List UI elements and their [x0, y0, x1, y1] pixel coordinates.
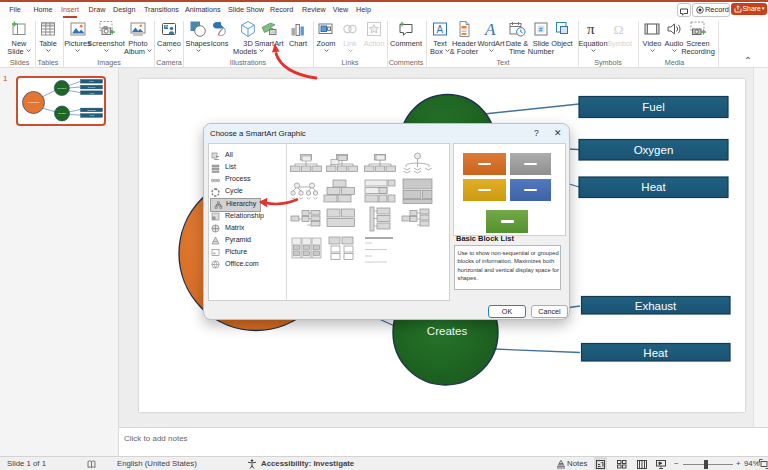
- svg-text:Ω: Ω: [613, 22, 623, 37]
- svg-text:A: A: [484, 20, 496, 38]
- svg-text:Exhaust: Exhaust: [88, 109, 96, 111]
- svg-text:Heat: Heat: [89, 92, 94, 94]
- svg-text:Pa: Pa: [165, 25, 169, 29]
- svg-text:Oxygen: Oxygen: [634, 144, 674, 156]
- svg-text:Heat: Heat: [643, 347, 668, 359]
- svg-text:Fuel: Fuel: [642, 101, 664, 113]
- svg-text:π: π: [587, 21, 595, 37]
- svg-text:Fuel: Fuel: [89, 80, 94, 82]
- svg-text:Oxygen: Oxygen: [88, 86, 96, 88]
- svg-text:Exhaust: Exhaust: [635, 300, 677, 312]
- svg-text:Creates: Creates: [58, 112, 67, 114]
- svg-text:Requires: Requires: [57, 87, 67, 89]
- svg-text:Heat: Heat: [641, 181, 666, 193]
- svg-text:#: #: [539, 26, 543, 33]
- svg-text:Combustion: Combustion: [28, 101, 40, 103]
- svg-text:A: A: [437, 24, 444, 35]
- svg-text:Creates: Creates: [427, 325, 468, 337]
- svg-text:Heat: Heat: [89, 114, 94, 116]
